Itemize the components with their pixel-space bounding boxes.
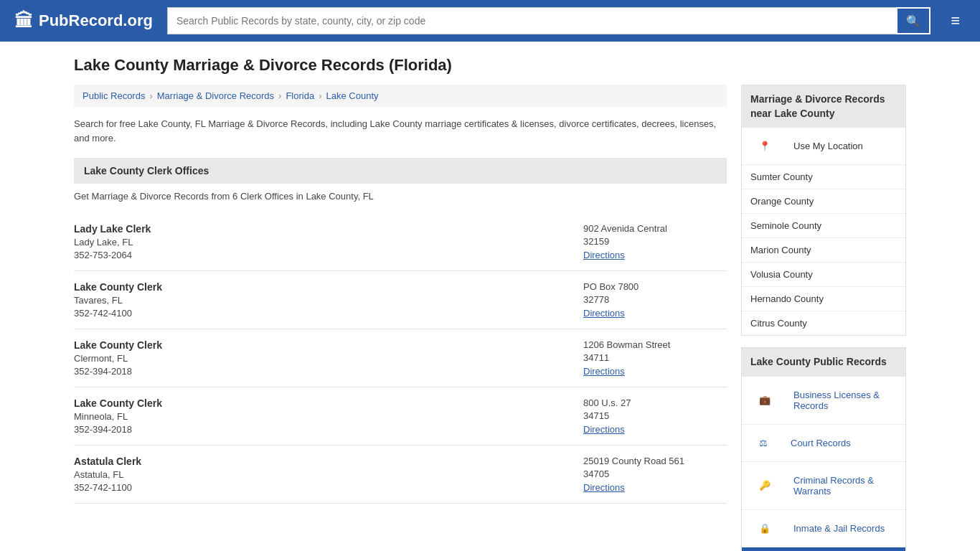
record-label: Court Records	[782, 431, 859, 455]
content-layout: Public Records › Marriage & Divorce Reco…	[74, 85, 906, 551]
clerk-address: 25019 County Road 561	[583, 456, 727, 466]
county-item[interactable]: Seminole County	[742, 214, 905, 238]
logo-text: PubRecord.org	[39, 11, 153, 30]
clerk-phone: 352-742-4100	[74, 308, 583, 319]
record-type-link[interactable]: 💍 Marriage & Divorce Records	[742, 547, 905, 551]
clerk-zip: 34705	[583, 468, 727, 479]
clerk-right: PO Box 7800 32778 Directions	[583, 281, 727, 319]
record-icon: ⚖	[750, 431, 776, 455]
county-link[interactable]: Volusia County	[742, 263, 905, 286]
clerk-city: Lady Lake, FL	[74, 237, 583, 248]
clerk-right: 1206 Bowman Street 34711 Directions	[583, 339, 727, 377]
clerk-city: Clermont, FL	[74, 353, 583, 364]
main-content: Public Records › Marriage & Divorce Reco…	[74, 85, 727, 504]
site-header: 🏛 PubRecord.org 🔍 ≡	[0, 0, 980, 42]
clerk-address: 1206 Bowman Street	[583, 339, 727, 350]
directions-link[interactable]: Directions	[583, 366, 625, 377]
use-location-item[interactable]: 📍 Use My Location	[742, 128, 905, 165]
clerk-entry: Lake County Clerk Minneola, FL 352-394-2…	[74, 387, 727, 446]
clerk-phone: 352-394-2018	[74, 366, 583, 377]
clerk-city: Tavares, FL	[74, 295, 583, 306]
clerk-entry: Lake County Clerk Tavares, FL 352-742-41…	[74, 271, 727, 329]
record-type-item[interactable]: 💼 Business Licenses & Records	[742, 377, 905, 425]
clerk-name: Lake County Clerk	[74, 397, 583, 409]
logo-icon: 🏛	[14, 10, 33, 32]
clerk-right: 25019 County Road 561 34705 Directions	[583, 456, 727, 493]
nearby-header: Marriage & Divorce Records near Lake Cou…	[742, 85, 905, 128]
site-logo[interactable]: 🏛 PubRecord.org	[14, 10, 153, 32]
record-icon: 🔑	[750, 474, 779, 497]
record-type-item[interactable]: ⚖ Court Records	[742, 425, 905, 462]
clerk-name: Lake County Clerk	[74, 339, 583, 351]
directions-link[interactable]: Directions	[583, 308, 625, 319]
directions-link[interactable]: Directions	[583, 250, 625, 260]
directions-link[interactable]: Directions	[583, 482, 625, 493]
clerk-address: 902 Avenida Central	[583, 223, 727, 234]
record-type-link[interactable]: 🔑 Criminal Records & Warrants	[742, 462, 905, 509]
county-link[interactable]: Citrus County	[742, 311, 905, 335]
page-description: Search for free Lake County, FL Marriage…	[74, 117, 727, 145]
menu-button[interactable]: ≡	[945, 9, 966, 33]
clerk-entry: Lake County Clerk Clermont, FL 352-394-2…	[74, 329, 727, 387]
record-type-link[interactable]: ⚖ Court Records	[742, 425, 905, 461]
breadcrumb-sep-1: ›	[149, 90, 152, 101]
breadcrumb-sep-3: ›	[319, 90, 321, 101]
clerk-right: 800 U.s. 27 34715 Directions	[583, 397, 727, 435]
county-item[interactable]: Hernando County	[742, 287, 905, 311]
records-list: 💼 Business Licenses & Records ⚖ Court Re…	[742, 377, 905, 551]
record-type-item[interactable]: 🔒 Inmate & Jail Records	[742, 510, 905, 547]
directions-link[interactable]: Directions	[583, 424, 625, 435]
record-type-item[interactable]: 🔑 Criminal Records & Warrants	[742, 462, 905, 510]
use-location-link[interactable]: 📍 Use My Location	[742, 128, 905, 164]
breadcrumb-florida[interactable]: Florida	[286, 90, 314, 101]
clerk-zip: 32778	[583, 294, 727, 305]
clerk-right: 902 Avenida Central 32159 Directions	[583, 223, 727, 260]
section-sub: Get Marriage & Divorce Records from 6 Cl…	[74, 191, 727, 202]
clerk-entry: Lady Lake Clerk Lady Lake, FL 352-753-20…	[74, 213, 727, 271]
county-link[interactable]: Marion County	[742, 238, 905, 262]
clerk-left: Lake County Clerk Minneola, FL 352-394-2…	[74, 397, 583, 435]
location-icon: 📍	[750, 134, 779, 158]
record-type-item[interactable]: 💍 Marriage & Divorce Records	[742, 547, 905, 551]
record-label: Business Licenses & Records	[785, 383, 897, 418]
breadcrumb: Public Records › Marriage & Divorce Reco…	[74, 85, 727, 107]
county-item[interactable]: Citrus County	[742, 311, 905, 335]
clerk-entry: Astatula Clerk Astatula, FL 352-742-1100…	[74, 446, 727, 504]
clerks-container: Lady Lake Clerk Lady Lake, FL 352-753-20…	[74, 213, 727, 504]
record-icon: 💼	[750, 388, 779, 412]
clerk-left: Lady Lake Clerk Lady Lake, FL 352-753-20…	[74, 223, 583, 260]
clerk-name: Astatula Clerk	[74, 456, 583, 467]
record-type-link[interactable]: 🔒 Inmate & Jail Records	[742, 510, 905, 547]
record-icon: 🔒	[750, 517, 779, 540]
record-label: Inmate & Jail Records	[785, 517, 893, 540]
search-input[interactable]	[167, 7, 896, 34]
county-link[interactable]: Seminole County	[742, 214, 905, 237]
county-link[interactable]: Orange County	[742, 189, 905, 213]
record-label: Criminal Records & Warrants	[785, 468, 897, 503]
breadcrumb-lake-county[interactable]: Lake County	[326, 90, 379, 101]
section-header: Lake County Clerk Offices	[74, 158, 727, 184]
county-item[interactable]: Marion County	[742, 238, 905, 263]
clerk-left: Lake County Clerk Clermont, FL 352-394-2…	[74, 339, 583, 377]
nearby-box: Marriage & Divorce Records near Lake Cou…	[741, 85, 906, 336]
search-bar: 🔍	[167, 7, 930, 34]
clerk-name: Lake County Clerk	[74, 281, 583, 293]
clerk-zip: 32159	[583, 236, 727, 247]
clerk-phone: 352-394-2018	[74, 424, 583, 435]
clerk-left: Astatula Clerk Astatula, FL 352-742-1100	[74, 456, 583, 493]
breadcrumb-marriage-divorce[interactable]: Marriage & Divorce Records	[157, 90, 274, 101]
county-item[interactable]: Sumter County	[742, 165, 905, 189]
clerk-address: 800 U.s. 27	[583, 397, 727, 408]
county-item[interactable]: Volusia County	[742, 263, 905, 287]
breadcrumb-sep-2: ›	[278, 90, 281, 101]
breadcrumb-public-records[interactable]: Public Records	[83, 90, 145, 101]
clerk-left: Lake County Clerk Tavares, FL 352-742-41…	[74, 281, 583, 319]
search-button[interactable]: 🔍	[896, 7, 930, 34]
county-link[interactable]: Sumter County	[742, 165, 905, 189]
clerk-phone: 352-742-1100	[74, 482, 583, 493]
county-item[interactable]: Orange County	[742, 189, 905, 214]
record-type-link[interactable]: 💼 Business Licenses & Records	[742, 377, 905, 424]
county-link[interactable]: Hernando County	[742, 287, 905, 311]
clerk-phone: 352-753-2064	[74, 250, 583, 260]
page-title: Lake County Marriage & Divorce Records (…	[74, 56, 906, 75]
